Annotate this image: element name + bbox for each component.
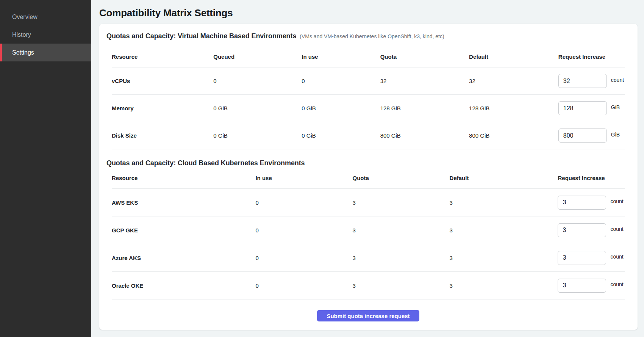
submit-quota-increase-button[interactable]: Submit quota increase request — [317, 310, 419, 321]
page-title: Compatibility Matrix Settings — [99, 8, 644, 18]
sidebar-item-history[interactable]: History — [0, 26, 91, 44]
cell-in-use: 0 — [255, 227, 352, 234]
column-header-resource: Resource — [112, 53, 213, 60]
request-increase-input[interactable] — [558, 101, 607, 115]
cell-in-use: 0 GiB — [302, 132, 380, 139]
resource-name: Oracle OKE — [112, 282, 255, 289]
unit-label: count — [610, 198, 623, 204]
request-increase-input[interactable] — [558, 279, 606, 293]
resource-name: Disk Size — [112, 132, 213, 139]
cell-queued: 0 — [213, 78, 302, 84]
cell-queued: 0 GiB — [213, 132, 302, 139]
column-header-default: Default — [450, 175, 558, 181]
column-header-request-increase: Request Increase — [558, 53, 625, 60]
request-increase-cell: count — [558, 223, 625, 237]
vm-quota-section: Quotas and Capacity: Virtual Machine Bas… — [106, 24, 630, 149]
cell-default: 3 — [450, 227, 558, 234]
cell-default: 3 — [450, 199, 558, 206]
resource-name: vCPUs — [112, 78, 213, 84]
submit-row: Submit quota increase request — [106, 310, 630, 321]
request-increase-cell: GiB — [558, 129, 625, 143]
cloud-quota-table: ResourceIn useQuotaDefaultRequest Increa… — [112, 168, 625, 299]
column-header-queued: Queued — [213, 53, 302, 60]
request-increase-input[interactable] — [558, 196, 606, 210]
column-header-in-use: In use — [255, 175, 352, 181]
cell-queued: 0 GiB — [213, 105, 302, 111]
table-row-memory: Memory0 GiB0 GiB128 GiB128 GiBGiB — [112, 95, 625, 122]
request-increase-cell: count — [558, 279, 625, 293]
cell-default: 3 — [450, 255, 558, 261]
cell-quota: 3 — [352, 282, 449, 289]
request-increase-cell: count — [558, 74, 625, 88]
sidebar-item-label: History — [12, 31, 31, 38]
unit-label: GiB — [611, 132, 620, 138]
unit-label: count — [610, 281, 623, 287]
cell-quota: 800 GiB — [380, 132, 469, 139]
cell-quota: 3 — [352, 227, 449, 234]
table-header-row: ResourceIn useQuotaDefaultRequest Increa… — [112, 168, 625, 189]
resource-name: Azure AKS — [112, 255, 255, 261]
cell-quota: 3 — [352, 199, 449, 206]
column-header-in-use: In use — [302, 53, 380, 60]
cell-in-use: 0 — [255, 255, 352, 261]
unit-label: GiB — [611, 104, 620, 110]
cell-quota: 128 GiB — [380, 105, 469, 111]
sidebar: OverviewHistorySettings — [0, 0, 91, 337]
cell-quota: 3 — [352, 255, 449, 261]
resource-name: GCP GKE — [112, 227, 255, 234]
unit-label: count — [610, 254, 623, 260]
vm-quota-table: ResourceQueuedIn useQuotaDefaultRequest … — [112, 46, 625, 149]
unit-label: count — [610, 226, 623, 232]
cell-default: 128 GiB — [469, 105, 558, 111]
cell-in-use: 0 — [255, 282, 352, 289]
column-header-quota: Quota — [352, 175, 449, 181]
request-increase-input[interactable] — [558, 251, 606, 265]
cloud-quota-section: Quotas and Capacity: Cloud Based Kuberne… — [106, 158, 630, 299]
table-row-gcp-gke: GCP GKE033count — [112, 216, 625, 244]
cell-default: 800 GiB — [469, 132, 558, 139]
table-row-vcpus: vCPUs003232count — [112, 67, 625, 95]
request-increase-input[interactable] — [558, 74, 607, 88]
section-subtitle: (VMs and VM-based Kubernetes like OpenSh… — [300, 32, 444, 41]
cell-quota: 32 — [380, 78, 469, 84]
cell-in-use: 0 GiB — [302, 105, 380, 111]
sidebar-nav: OverviewHistorySettings — [0, 8, 91, 61]
section-heading: Quotas and Capacity: Virtual Machine Bas… — [106, 31, 296, 41]
sidebar-item-label: Settings — [12, 49, 34, 56]
table-row-oracle-oke: Oracle OKE033count — [112, 272, 625, 299]
request-increase-input[interactable] — [558, 223, 606, 237]
resource-name: Memory — [112, 105, 213, 111]
table-row-azure-aks: Azure AKS033count — [112, 244, 625, 272]
section-header: Quotas and Capacity: Cloud Based Kuberne… — [106, 158, 630, 168]
column-header-request-increase: Request Increase — [558, 175, 625, 181]
table-row-disk-size: Disk Size0 GiB0 GiB800 GiB800 GiBGiB — [112, 122, 625, 149]
cell-in-use: 0 — [255, 199, 352, 206]
request-increase-cell: count — [558, 251, 625, 265]
table-body: vCPUs003232countMemory0 GiB0 GiB128 GiB1… — [112, 67, 625, 149]
section-header: Quotas and Capacity: Virtual Machine Bas… — [106, 31, 630, 41]
cell-default: 32 — [469, 78, 558, 84]
column-header-resource: Resource — [112, 175, 255, 181]
request-increase-cell: GiB — [558, 101, 625, 115]
request-increase-input[interactable] — [558, 129, 607, 143]
sidebar-item-settings[interactable]: Settings — [0, 44, 91, 61]
column-header-default: Default — [469, 53, 558, 60]
unit-label: count — [611, 77, 624, 83]
sidebar-item-overview[interactable]: Overview — [0, 8, 91, 26]
table-header-row: ResourceQueuedIn useQuotaDefaultRequest … — [112, 46, 625, 67]
resource-name: AWS EKS — [112, 199, 255, 206]
table-body: AWS EKS033countGCP GKE033countAzure AKS0… — [112, 189, 625, 299]
table-row-aws-eks: AWS EKS033count — [112, 189, 625, 216]
settings-card: Quotas and Capacity: Virtual Machine Bas… — [99, 24, 638, 330]
column-header-quota: Quota — [380, 53, 469, 60]
section-heading: Quotas and Capacity: Cloud Based Kuberne… — [106, 158, 305, 168]
request-increase-cell: count — [558, 196, 625, 210]
main-content: Compatibility Matrix Settings Quotas and… — [91, 0, 644, 337]
cell-in-use: 0 — [302, 78, 380, 84]
sidebar-item-label: Overview — [12, 14, 38, 20]
cell-default: 3 — [450, 282, 558, 289]
